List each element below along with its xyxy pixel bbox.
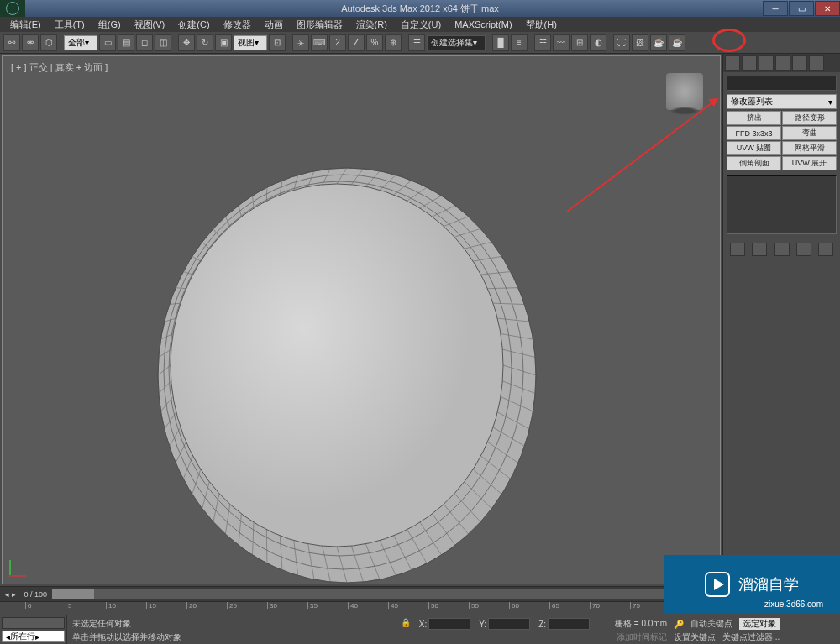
frame-controls-icon[interactable]: ◂ ▸ bbox=[5, 590, 16, 599]
menu-item[interactable]: 创建(C) bbox=[171, 18, 216, 31]
svg-point-76 bbox=[171, 184, 503, 547]
snap-2d-icon[interactable]: 2 bbox=[329, 34, 346, 51]
modifier-list-dropdown[interactable]: 修改器列表▾ bbox=[727, 94, 837, 109]
modifier-stack[interactable] bbox=[727, 175, 837, 234]
keyboard-icon[interactable]: ⌨ bbox=[311, 34, 328, 51]
remove-mod-icon[interactable] bbox=[796, 243, 811, 256]
lock-icon[interactable]: 🔒 bbox=[401, 618, 411, 630]
ref-coord-dropdown[interactable]: 视图 ▾ bbox=[234, 35, 267, 50]
command-panel-tabs bbox=[723, 54, 840, 72]
align-icon[interactable]: ≡ bbox=[511, 34, 528, 51]
modifier-button[interactable]: 弯曲 bbox=[782, 126, 837, 140]
selection-set-dropdown[interactable]: 创建选择集 ▾ bbox=[427, 35, 486, 50]
move-icon[interactable]: ✥ bbox=[178, 34, 195, 51]
selected-button[interactable]: 选定对象 bbox=[739, 618, 780, 630]
motion-tab-icon[interactable] bbox=[775, 55, 790, 71]
menu-item[interactable]: 工具(T) bbox=[48, 18, 92, 31]
pivot-icon[interactable]: ⊡ bbox=[269, 34, 286, 51]
x-coord-input[interactable] bbox=[428, 618, 470, 630]
hierarchy-tab-icon[interactable] bbox=[759, 55, 774, 71]
unique-icon[interactable] bbox=[774, 243, 790, 256]
modifier-button[interactable]: UVW 贴图 bbox=[727, 141, 781, 155]
selection-filter-dropdown[interactable]: 全部 ▾ bbox=[64, 35, 97, 50]
ruler-tick: 55 bbox=[469, 602, 479, 609]
key-icon[interactable]: 🔑 bbox=[674, 620, 684, 629]
snap-angle-icon[interactable]: ∠ bbox=[348, 34, 365, 51]
keyfilter-button[interactable]: 关键点过滤器... bbox=[722, 631, 780, 643]
modifier-button[interactable]: 路径变形 bbox=[782, 111, 837, 125]
window-crossing-icon[interactable]: ◫ bbox=[155, 34, 171, 51]
status-bar: ◂ 所在行 ▸ 未选定任何对象 🔒 X: Y: Z: 栅格 = 0.0mm 单击… bbox=[0, 615, 840, 644]
modifier-button[interactable]: FFD 3x3x3 bbox=[727, 126, 781, 140]
time-tag-button[interactable]: 添加时间标记 bbox=[617, 631, 667, 643]
autokey-button[interactable]: 自动关键点 bbox=[690, 618, 732, 630]
link-icon[interactable]: ⚯ bbox=[3, 34, 20, 51]
display-tab-icon[interactable] bbox=[792, 55, 807, 71]
modifier-button[interactable]: 倒角剖面 bbox=[727, 156, 781, 170]
menu-item[interactable]: 自定义(U) bbox=[394, 18, 448, 31]
snap-percent-icon[interactable]: % bbox=[366, 34, 383, 51]
configure-sets-icon[interactable] bbox=[818, 243, 833, 256]
create-tab-icon[interactable] bbox=[725, 55, 740, 71]
maximize-button[interactable]: ▭ bbox=[789, 1, 814, 16]
menu-item[interactable]: 视图(V) bbox=[128, 18, 172, 31]
pin-stack-icon[interactable] bbox=[730, 243, 745, 256]
render-setup-icon[interactable]: ⛶ bbox=[613, 34, 630, 51]
render-icon[interactable]: ☕ bbox=[650, 34, 667, 51]
menu-item[interactable]: 帮助(H) bbox=[519, 18, 564, 31]
menu-item[interactable]: 组(G) bbox=[92, 18, 128, 31]
ruler-tick: 75 bbox=[630, 602, 640, 609]
menu-item[interactable]: MAXScript(M) bbox=[448, 19, 518, 29]
modifier-button[interactable]: 网格平滑 bbox=[782, 141, 837, 155]
menu-item[interactable]: 修改器 bbox=[217, 18, 258, 31]
viewcube-icon[interactable] bbox=[666, 73, 703, 110]
menu-item[interactable]: 编辑(E) bbox=[3, 18, 48, 31]
svg-marker-78 bbox=[708, 98, 718, 107]
utilities-tab-icon[interactable] bbox=[809, 55, 824, 71]
minimize-button[interactable]: ─ bbox=[763, 1, 788, 16]
manipulate-icon[interactable]: ⚹ bbox=[292, 34, 309, 51]
rect-select-icon[interactable]: ◻ bbox=[136, 34, 153, 51]
select-icon[interactable]: ▭ bbox=[99, 34, 116, 51]
unlink-icon[interactable]: ⚮ bbox=[22, 34, 39, 51]
ruler-tick: 10 bbox=[106, 602, 116, 609]
quick-render-icon[interactable]: ☕ bbox=[669, 34, 685, 51]
frame-readout: 0 / 100 bbox=[24, 590, 48, 599]
curve-editor-icon[interactable]: 〰 bbox=[553, 34, 570, 51]
axis-gizmo-icon bbox=[9, 552, 34, 577]
maxscript-mini-listener[interactable] bbox=[2, 617, 65, 629]
show-end-icon[interactable] bbox=[752, 243, 767, 256]
menu-item[interactable]: 动画 bbox=[258, 18, 290, 31]
material-editor-icon[interactable]: ◐ bbox=[590, 34, 606, 51]
modify-tab-icon[interactable] bbox=[742, 55, 757, 71]
ruler-tick: 70 bbox=[590, 602, 600, 609]
menu-item[interactable]: 图形编辑器 bbox=[290, 18, 349, 31]
modifier-button[interactable]: UVW 展开 bbox=[782, 156, 837, 170]
viewport[interactable]: [ + ] 正交 | 真实 + 边面 ] bbox=[2, 55, 721, 584]
y-coord-input[interactable] bbox=[488, 618, 530, 630]
prompt-field[interactable]: ◂ 所在行 ▸ bbox=[2, 631, 65, 642]
object-name-field[interactable] bbox=[727, 76, 837, 91]
ruler-tick: 20 bbox=[186, 602, 197, 609]
z-coord-input[interactable] bbox=[548, 618, 590, 630]
main-area: [ + ] 正交 | 真实 + 边面 ] bbox=[0, 54, 840, 586]
scale-icon[interactable]: ▣ bbox=[215, 34, 232, 51]
select-name-icon[interactable]: ▤ bbox=[118, 34, 134, 51]
menu-item[interactable]: 渲染(R) bbox=[349, 18, 394, 31]
watermark-badge: 溜溜自学 zixue.3d66.com bbox=[664, 555, 840, 614]
model-disc[interactable] bbox=[154, 157, 540, 585]
layers-icon[interactable]: ☷ bbox=[534, 34, 551, 51]
rotate-icon[interactable]: ↻ bbox=[197, 34, 213, 51]
mirror-icon[interactable]: ▐▌ bbox=[492, 34, 509, 51]
render-frame-icon[interactable]: 🖼 bbox=[632, 34, 648, 51]
app-logo[interactable] bbox=[0, 0, 25, 17]
edit-selset-icon[interactable]: ☰ bbox=[408, 34, 425, 51]
close-button[interactable]: ✕ bbox=[815, 1, 840, 16]
viewport-label[interactable]: [ + ] 正交 | 真实 + 边面 ] bbox=[11, 61, 108, 74]
schematic-icon[interactable]: ⊞ bbox=[571, 34, 588, 51]
grid-readout: 栅格 = 0.0mm bbox=[615, 618, 667, 630]
bind-icon[interactable]: ⬡ bbox=[40, 34, 57, 51]
setkey-button[interactable]: 设置关键点 bbox=[674, 631, 716, 643]
modifier-button[interactable]: 挤出 bbox=[727, 111, 781, 125]
spinner-snap-icon[interactable]: ⊕ bbox=[385, 34, 402, 51]
